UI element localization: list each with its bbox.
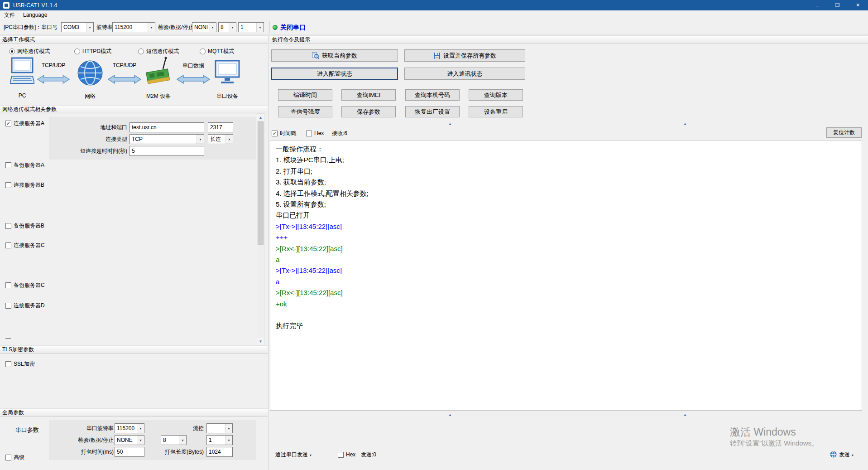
checkbox-icon xyxy=(5,455,11,460)
scroll-up-icon[interactable]: ▲ xyxy=(257,114,264,121)
log-top-scrollbar[interactable]: ▲ ▲ xyxy=(448,122,687,126)
enter-comm-button[interactable]: 进入通讯状态 xyxy=(404,68,525,80)
serial-device-icon xyxy=(214,59,241,86)
send-count: 发送:0 xyxy=(361,451,376,458)
log-line: >[Rx<-][13:45:22][asc] xyxy=(276,243,856,254)
checkbox-label: 连接服务器D xyxy=(14,302,45,310)
global-databits-select[interactable]: 8 ▼ xyxy=(161,435,187,445)
maximize-icon[interactable]: ❐ xyxy=(827,0,848,10)
button-label: 保存参数 xyxy=(357,108,380,116)
checkbox-label: 备份服务器B xyxy=(14,222,44,230)
server-a-port-input[interactable]: 2317 xyxy=(208,122,233,132)
factory-reset-button[interactable]: 恢复出厂设置 xyxy=(405,106,460,117)
chevron-down-icon: ▼ xyxy=(86,23,93,32)
pack-length-input[interactable]: 1024 xyxy=(206,447,233,457)
conn-type-select[interactable]: TCP ▼ xyxy=(129,134,204,144)
query-version-button[interactable]: 查询版本 xyxy=(469,89,523,101)
set-save-params-button[interactable]: 设置并保存所有参数 xyxy=(404,49,525,62)
short-conn-timeout-label: 短连接超时时间(秒) xyxy=(54,146,127,156)
panel-splitter[interactable] xyxy=(268,34,269,470)
receive-hex-checkbox[interactable]: Hex xyxy=(306,130,324,137)
com-port-select[interactable]: COM3 ▼ xyxy=(61,22,94,32)
menu-file[interactable]: 文件 xyxy=(0,10,19,19)
checkbox-label: 备份服务器A xyxy=(14,161,44,169)
stopbits-select[interactable]: 1 ▼ xyxy=(238,22,264,32)
node-label-pc: PC xyxy=(10,92,34,99)
ssl-checkbox[interactable]: SSL加密 xyxy=(5,360,35,368)
close-icon[interactable]: ✕ xyxy=(848,0,868,10)
scrollbar-thumb[interactable] xyxy=(258,121,264,245)
server-c-checkbox[interactable]: 连接服务器C xyxy=(5,242,45,249)
activate-windows-watermark-sub: 转到“设置”以激活 Windows。 xyxy=(730,439,818,448)
reset-count-button[interactable]: 复位计数 xyxy=(826,127,862,138)
button-label: 设备重启 xyxy=(484,108,508,116)
scroll-marker-icon[interactable]: ▲ xyxy=(683,122,687,126)
checkbox-icon xyxy=(338,452,344,458)
backup-server-b-checkbox[interactable]: 备份服务器B xyxy=(5,222,44,229)
server-d-checkbox[interactable]: 连接服务器D xyxy=(5,302,45,309)
checkbox-icon xyxy=(5,303,11,309)
compile-time-button[interactable]: 编译时间 xyxy=(278,89,332,101)
log-line: 2. 打开串口; xyxy=(276,166,856,177)
button-label: 进入配置状态 xyxy=(317,70,352,78)
menu-language[interactable]: Language xyxy=(19,10,51,19)
log-bottom-scrollbar[interactable]: ▲ ▲ xyxy=(448,413,687,417)
radio-net-transparent-mode[interactable]: 网络透传模式 xyxy=(9,48,50,55)
device-restart-button[interactable]: 设备重启 xyxy=(469,106,523,117)
server-a-address-input[interactable]: test.usr.cn xyxy=(129,122,204,132)
global-baud-select[interactable]: 115200 ▼ xyxy=(115,423,144,433)
arrow-left-right-icon xyxy=(108,74,141,84)
databits-select[interactable]: 8 ▼ xyxy=(218,22,236,32)
minimize-icon[interactable]: – xyxy=(807,0,827,10)
log-line: a xyxy=(276,254,856,265)
backup-server-a-checkbox[interactable]: 备份服务器A xyxy=(5,161,44,169)
arrow-left-right-icon xyxy=(177,74,210,84)
parity-select[interactable]: NONI ▼ xyxy=(192,22,216,32)
work-mode-group-header: 选择工作模式 xyxy=(0,35,268,44)
query-imei-button[interactable]: 查询IMEI xyxy=(341,89,396,101)
node-label-m2m: M2M 设备 xyxy=(140,92,177,100)
global-parity-select[interactable]: NONE ▼ xyxy=(115,435,144,445)
scroll-down-icon[interactable]: ▼ xyxy=(257,338,264,345)
short-conn-timeout-input[interactable]: 5 xyxy=(129,146,204,156)
clipped-item-marker: — xyxy=(5,335,11,342)
get-params-button[interactable]: 获取当前参数 xyxy=(271,49,398,62)
scroll-marker-icon[interactable]: ▲ xyxy=(683,413,687,417)
save-params-button[interactable]: 保存参数 xyxy=(341,106,396,117)
flow-control-select[interactable]: ▼ xyxy=(206,423,233,433)
send-button[interactable]: 发送▾ xyxy=(839,451,854,458)
global-stopbits-select[interactable]: 1 ▼ xyxy=(206,435,233,445)
backup-server-c-checkbox[interactable]: 备份服务器C xyxy=(5,281,45,289)
params-scrollbar[interactable]: ▲ ▼ xyxy=(257,113,264,345)
radio-mqtt-mode[interactable]: MQTT模式 xyxy=(200,48,234,55)
button-label: 查询IMEI xyxy=(357,91,381,99)
advanced-checkbox[interactable]: 高级 xyxy=(5,454,24,461)
link-label-tcpudp-2: TCP/UDP xyxy=(108,62,141,68)
chevron-down-icon: ▼ xyxy=(256,23,264,32)
button-label: 进入通讯状态 xyxy=(447,70,483,78)
query-number-button[interactable]: 查询本机号码 xyxy=(405,89,460,101)
conn-keep-select[interactable]: 长连 ▼ xyxy=(208,134,233,144)
scroll-marker-icon[interactable]: ▲ xyxy=(448,413,452,417)
log-output-area[interactable]: 一般操作流程： 1. 模块连PC串口,上电; 2. 打开串口; 3. 获取当前参… xyxy=(270,140,862,411)
tls-group-header: TLS加密参数 xyxy=(0,345,268,354)
send-hex-checkbox[interactable]: Hex xyxy=(338,451,355,458)
radio-httpd-mode[interactable]: HTTPD模式 xyxy=(74,48,111,55)
pack-time-input[interactable]: 50 xyxy=(115,447,144,457)
enter-config-button[interactable]: 进入配置状态 xyxy=(271,68,398,80)
send-mode-dropdown[interactable]: 通过串口发送▾ xyxy=(275,451,312,458)
radio-icon xyxy=(9,48,15,54)
server-b-checkbox[interactable]: 连接服务器B xyxy=(5,181,44,189)
timestamp-checkbox[interactable]: ✓ 时间戳 xyxy=(272,130,296,137)
link-label-tcpudp-1: TCP/UDP xyxy=(37,62,70,68)
scroll-marker-icon[interactable]: ▲ xyxy=(448,122,452,126)
close-port-button[interactable]: 关闭串口 xyxy=(280,22,306,32)
radio-sms-mode[interactable]: 短信透传模式 xyxy=(138,48,179,55)
server-a-checkbox[interactable]: ✓ 连接服务器A xyxy=(5,120,44,127)
query-signal-button[interactable]: 查信号强度 xyxy=(278,106,332,117)
addr-port-label: 地址和端口 xyxy=(68,122,127,132)
button-label: 查询本机号码 xyxy=(415,91,450,99)
window-controls: – ❐ ✕ xyxy=(807,0,868,10)
net-params-group-header: 网络透传模式相关参数 xyxy=(0,105,268,113)
baud-select[interactable]: 115200 ▼ xyxy=(112,22,155,32)
